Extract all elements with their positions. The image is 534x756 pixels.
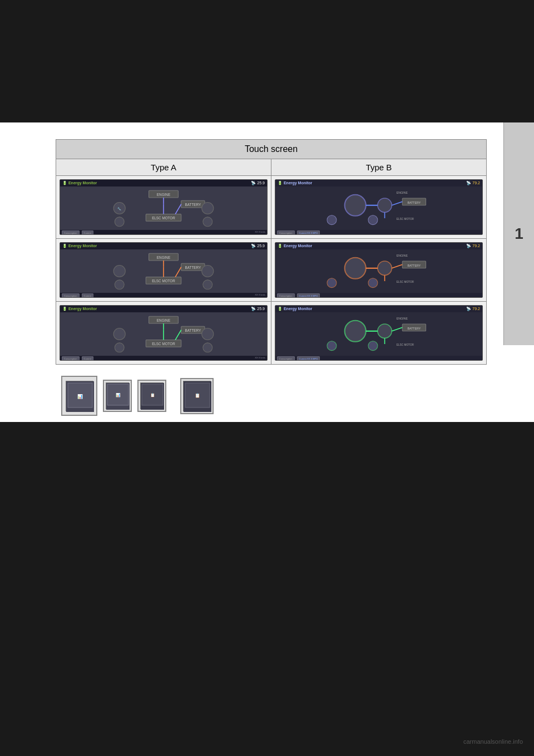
svg-point-35 <box>202 265 214 277</box>
svg-point-12 <box>115 217 124 227</box>
svg-text:BATTERY: BATTERY <box>408 201 421 204</box>
energy-monitor-a2: 🔋 Energy Monitor 📡 25.9 ENGINE BATTERY <box>60 242 268 298</box>
image-row-3: 🔋 Energy Monitor 📡 25.9 ENGINE BATTERY <box>56 302 486 364</box>
svg-text:ELSC MOTOR: ELSC MOTOR <box>397 218 414 220</box>
type-row: Type A Type B <box>56 159 486 176</box>
thumbnail-2-inner: 📊 <box>106 382 129 409</box>
svg-point-52 <box>113 328 125 340</box>
svg-line-9 <box>175 204 181 214</box>
type-a-image-2: 🔋 Energy Monitor 📡 25.9 ENGINE BATTERY <box>56 239 271 301</box>
diagram-svg-a2: ENGINE BATTERY ELSC MOTOR <box>61 251 266 292</box>
svg-point-11 <box>202 202 214 214</box>
thumbnail-1-inner: 📊 <box>66 381 93 411</box>
type-b-image-1: 🔋 Energy Monitor 📡 79.2 ENGINE BA <box>271 176 486 238</box>
diagram-svg-a3: ENGINE BATTERY ELSC MOTOR <box>61 313 266 355</box>
diagram-svg-b3: ENGINE BATTERY ELSC MOTOR <box>276 313 481 355</box>
svg-line-72 <box>392 327 402 331</box>
svg-point-63 <box>345 321 366 342</box>
diagram-svg-a1: ENGINE 🔧 BATTERY ELSC MOTOR <box>61 188 266 229</box>
svg-point-36 <box>115 280 124 289</box>
energy-monitor-b1: 🔋 Energy Monitor 📡 79.2 ENGINE BA <box>275 179 483 235</box>
image-row-1: 🔋 Energy Monitor 📡 25.9 ENGINE 🔧 <box>56 176 486 239</box>
image-row-2: 🔋 Energy Monitor 📡 25.9 ENGINE BATTERY <box>56 239 486 302</box>
type-b-image-2: 🔋 Energy Monitor 📡 79.2 ENGINE BATTERY E… <box>271 239 486 301</box>
svg-text:📋: 📋 <box>150 392 155 397</box>
comparison-table: Touch screen Type A Type B 🔋 Energy Moni… <box>56 139 487 365</box>
main-content: Touch screen Type A Type B 🔋 Energy Moni… <box>0 122 503 427</box>
svg-text:ELSC MOTOR: ELSC MOTOR <box>397 281 414 283</box>
footer-brand: carmanualsonline.info <box>463 738 523 745</box>
thumbnail-4-inner: 📋 <box>183 381 211 411</box>
energy-monitor-b2: 🔋 Energy Monitor 📡 79.2 ENGINE BATTERY E… <box>275 242 483 298</box>
svg-point-61 <box>203 343 212 352</box>
type-b-header: Type B <box>271 159 486 175</box>
thumbnail-2[interactable]: 📊 <box>103 380 132 412</box>
section-number: 1 <box>515 225 523 243</box>
svg-point-39 <box>345 258 366 279</box>
thumbnail-4[interactable]: 📋 <box>180 378 214 414</box>
svg-text:📋: 📋 <box>195 392 200 398</box>
svg-point-45 <box>368 278 378 288</box>
svg-text:ENGINE: ENGINE <box>397 191 408 194</box>
svg-point-28 <box>113 265 125 277</box>
svg-point-37 <box>203 280 212 289</box>
svg-text:BATTERY: BATTERY <box>408 327 421 330</box>
diagram-svg-b2: ENGINE BATTERY ELSC MOTOR <box>276 251 481 292</box>
svg-point-68 <box>327 341 337 351</box>
type-a-image-1: 🔋 Energy Monitor 📡 25.9 ENGINE 🔧 <box>56 176 271 238</box>
svg-text:ENGINE: ENGINE <box>157 318 170 322</box>
svg-text:BATTERY: BATTERY <box>185 203 201 207</box>
svg-point-21 <box>368 215 378 225</box>
type-a-header: Type A <box>56 159 271 175</box>
svg-text:ENGINE: ENGINE <box>157 256 170 259</box>
svg-point-15 <box>345 195 366 216</box>
svg-text:🔧: 🔧 <box>117 207 121 211</box>
svg-line-57 <box>175 330 181 340</box>
svg-point-60 <box>115 343 124 352</box>
svg-text:ELSC MOTOR: ELSC MOTOR <box>397 343 414 346</box>
diagram-svg-b1: ENGINE BATTERY ELSC MOTOR <box>276 188 481 229</box>
svg-point-64 <box>378 324 392 338</box>
svg-text:📊: 📊 <box>77 394 83 399</box>
touch-screen-header: Touch screen <box>56 140 486 159</box>
svg-point-13 <box>203 217 212 227</box>
energy-monitor-a1: 🔋 Energy Monitor 📡 25.9 ENGINE 🔧 <box>60 179 268 235</box>
svg-point-20 <box>327 215 337 225</box>
right-sidebar-tab: 1 <box>503 122 534 345</box>
thumbnail-3[interactable]: 📋 <box>137 380 166 412</box>
thumbnail-1[interactable]: 📊 <box>61 376 97 416</box>
svg-text:ENGINE: ENGINE <box>397 254 408 257</box>
top-dark-section <box>0 0 534 122</box>
energy-monitor-a3: 🔋 Energy Monitor 📡 25.9 ENGINE BATTERY <box>60 305 268 361</box>
svg-point-44 <box>327 278 337 288</box>
svg-text:BATTERY: BATTERY <box>185 328 201 332</box>
thumbnails-area: 📊 📊 📋 <box>56 376 487 416</box>
thumbnail-3-inner: 📋 <box>140 382 164 409</box>
svg-point-16 <box>378 198 392 212</box>
type-a-image-3: 🔋 Energy Monitor 📡 25.9 ENGINE BATTERY <box>56 302 271 364</box>
svg-text:ENGINE: ENGINE <box>157 193 170 197</box>
svg-point-69 <box>368 341 378 351</box>
svg-line-33 <box>175 267 181 277</box>
svg-point-59 <box>202 328 214 340</box>
svg-text:ELSC MOTOR: ELSC MOTOR <box>152 342 175 346</box>
svg-line-48 <box>392 264 402 268</box>
svg-text:ELSC MOTOR: ELSC MOTOR <box>152 279 175 283</box>
svg-text:BATTERY: BATTERY <box>408 264 421 267</box>
svg-text:ENGINE: ENGINE <box>397 317 408 320</box>
svg-point-40 <box>378 261 392 275</box>
svg-text:BATTERY: BATTERY <box>185 266 201 269</box>
type-b-image-3: 🔋 Energy Monitor 📡 79.2 ENGINE BATTERY E… <box>271 302 486 364</box>
svg-text:📊: 📊 <box>116 392 121 397</box>
brand-text: carmanualsonline.info <box>463 738 523 745</box>
bottom-dark-section <box>0 422 534 756</box>
energy-monitor-b3: 🔋 Energy Monitor 📡 79.2 ENGINE BATTERY E… <box>275 305 483 361</box>
touch-screen-label: Touch screen <box>245 144 298 154</box>
svg-text:ELSC MOTOR: ELSC MOTOR <box>152 216 175 220</box>
svg-line-24 <box>392 202 402 205</box>
